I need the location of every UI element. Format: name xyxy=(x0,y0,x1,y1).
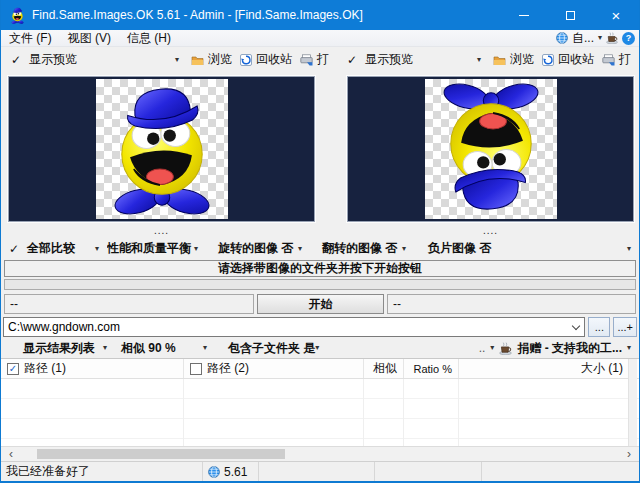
show-results-label: 显示结果列表 xyxy=(23,340,95,357)
left-preview-toggle[interactable]: 显示预览 xyxy=(29,51,77,68)
right-recycle-button[interactable]: 回收站 xyxy=(538,49,598,70)
language-globe-icon[interactable] xyxy=(556,32,568,44)
scrollbar-thumb[interactable] xyxy=(37,449,285,459)
chevron-down-icon: ▾ xyxy=(298,245,302,253)
column-header-ratio[interactable]: Ratio % xyxy=(404,359,459,378)
quality-dropdown[interactable]: 性能和质量平衡 ▾ xyxy=(107,238,206,259)
status-section-empty-3 xyxy=(482,462,639,481)
flipped-images-dropdown[interactable]: 翻转的图像 否 ▾ xyxy=(310,238,414,259)
donate-cluster: .. ▾ 捐赠 - 支持我的工... ▾ xyxy=(479,340,639,357)
compare-options-row: ✓ 全部比较 ▾ 性能和质量平衡 ▾ 旋转的图像 否 ▾ 翻转的图像 否 ▾ 负… xyxy=(1,238,639,259)
recycle-bin-icon xyxy=(542,54,554,66)
more-options-dropdown-icon[interactable]: ▾ xyxy=(490,344,494,352)
title-bar: Find.Same.Images.OK 5.61 - Admin - [Find… xyxy=(1,0,639,30)
close-button[interactable]: × xyxy=(593,0,639,30)
menubar-right-cluster: 自... ▾ ? xyxy=(556,30,639,47)
column-header-path1[interactable]: ✓ 路径 (1) xyxy=(1,359,184,378)
help-icon[interactable]: ? xyxy=(622,32,635,45)
start-button[interactable]: 开始 xyxy=(257,294,384,314)
compare-all-dropdown[interactable]: ✓ 全部比较 ▾ xyxy=(1,238,107,259)
smiley-image-left xyxy=(99,82,225,216)
path1-label: 路径 (1) xyxy=(24,360,66,377)
right-preview-toggle[interactable]: 显示预览 xyxy=(365,51,413,68)
folder-path-combobox xyxy=(3,317,585,337)
chevron-down-icon: ▾ xyxy=(203,344,207,352)
minimize-button[interactable] xyxy=(501,0,547,30)
compare-all-label: 全部比较 xyxy=(27,240,75,257)
left-browse-label: 浏览 xyxy=(208,51,232,68)
right-browse-button[interactable]: 浏览 xyxy=(489,49,538,70)
column-header-path2[interactable]: 路径 (2) xyxy=(184,359,364,378)
scroll-right-icon[interactable]: › xyxy=(621,447,637,461)
left-print-button[interactable]: 打 xyxy=(296,49,333,70)
column-header-size[interactable]: 大小 (1) xyxy=(459,359,639,378)
combobox-chevron-icon[interactable] xyxy=(568,318,584,336)
menu-view[interactable]: 视图 (V) xyxy=(60,30,119,46)
horizontal-scrollbar[interactable]: ‹ › xyxy=(1,446,639,461)
rotated-images-label: 旋转的图像 否 xyxy=(218,240,293,257)
show-results-dropdown[interactable]: 显示结果列表 ▾ xyxy=(1,340,113,356)
preview-toolbars: ✓ 显示预览 ▾ 浏览 回收站 打 ✓ 显示预览 ▾ 浏览 xyxy=(1,47,639,72)
chevron-down-icon: ▾ xyxy=(194,245,198,253)
column-header-similar[interactable]: 相似 xyxy=(364,359,404,378)
minimize-icon xyxy=(519,15,529,16)
left-preview-panel[interactable] xyxy=(8,76,315,222)
right-preview-image xyxy=(425,79,557,219)
rotated-images-dropdown[interactable]: 旋转的图像 否 ▾ xyxy=(206,238,310,259)
chevron-down-icon: ▾ xyxy=(315,344,319,352)
left-preview-check-icon[interactable]: ✓ xyxy=(11,53,21,67)
recycle-bin-icon xyxy=(240,54,252,66)
donate-label[interactable]: 捐赠 - 支持我的工... xyxy=(517,340,622,357)
right-preview-dropdown-icon[interactable]: ▾ xyxy=(477,56,481,64)
status-section-empty-2 xyxy=(375,462,482,481)
maximize-button[interactable] xyxy=(547,0,593,30)
right-preview-check-icon[interactable]: ✓ xyxy=(347,53,357,67)
folder-icon xyxy=(493,54,506,65)
version-number: 5.61 xyxy=(224,465,247,479)
left-preview-image xyxy=(96,79,228,219)
subfolders-label: 包含子文件夹 是 xyxy=(228,340,315,357)
chevron-down-icon: ▾ xyxy=(103,344,107,352)
maximize-icon xyxy=(566,11,575,20)
body-col-size xyxy=(459,379,639,446)
right-status-value: -- xyxy=(387,294,636,314)
similarity-dropdown[interactable]: 相似 90 % ▾ xyxy=(113,340,213,356)
more-options-label[interactable]: .. xyxy=(479,341,486,355)
left-preview-dropdown-icon[interactable]: ▾ xyxy=(175,56,179,64)
instruction-banner: 请选择带图像的文件夹并按下开始按钮 xyxy=(4,260,636,277)
right-recycle-label: 回收站 xyxy=(558,51,594,68)
right-pane-toolbar: ✓ 显示预览 ▾ 浏览 回收站 打 xyxy=(337,47,639,72)
version-globe-icon xyxy=(208,466,220,478)
language-dropdown-icon[interactable]: ▾ xyxy=(598,34,602,42)
donate-cup-icon[interactable] xyxy=(606,32,618,44)
scroll-left-icon[interactable]: ‹ xyxy=(3,447,19,461)
path1-checkbox[interactable]: ✓ xyxy=(7,363,19,375)
coffee-cup-icon[interactable] xyxy=(499,342,512,355)
app-window: Find.Same.Images.OK 5.61 - Admin - [Find… xyxy=(0,0,640,483)
browse-add-folder-button[interactable]: ...+ xyxy=(613,317,637,337)
left-recycle-label: 回收站 xyxy=(256,51,292,68)
menu-file[interactable]: 文件 (F) xyxy=(1,30,60,46)
left-browse-button[interactable]: 浏览 xyxy=(187,49,236,70)
path-row: ... ...+ xyxy=(3,317,637,337)
path2-checkbox[interactable] xyxy=(190,363,202,375)
right-print-label: 打 xyxy=(619,51,631,68)
close-icon: × xyxy=(612,8,621,23)
right-preview-panel[interactable] xyxy=(347,76,634,222)
status-version-section: 5.61 xyxy=(203,462,259,481)
auto-language-label[interactable]: 自... xyxy=(572,30,594,47)
browse-folder-button[interactable]: ... xyxy=(588,317,610,337)
folder-path-input[interactable] xyxy=(4,320,568,334)
subfolders-dropdown[interactable]: 包含子文件夹 是 ▾ xyxy=(213,340,325,356)
folder-icon xyxy=(191,54,204,65)
left-recycle-button[interactable]: 回收站 xyxy=(236,49,296,70)
compare-all-check-icon: ✓ xyxy=(9,242,19,256)
menu-info[interactable]: 信息 (H) xyxy=(119,30,179,46)
similarity-label: 相似 90 % xyxy=(121,340,176,357)
negative-images-dropdown[interactable]: 负片图像 否 ▾ xyxy=(414,238,639,259)
status-ready-text: 我已经准备好了 xyxy=(1,462,203,481)
right-print-button[interactable]: 打 xyxy=(598,49,635,70)
donate-dropdown-icon[interactable]: ▾ xyxy=(627,344,631,352)
chevron-down-icon: ▾ xyxy=(402,245,406,253)
vertical-scrollbar[interactable] xyxy=(628,359,637,446)
